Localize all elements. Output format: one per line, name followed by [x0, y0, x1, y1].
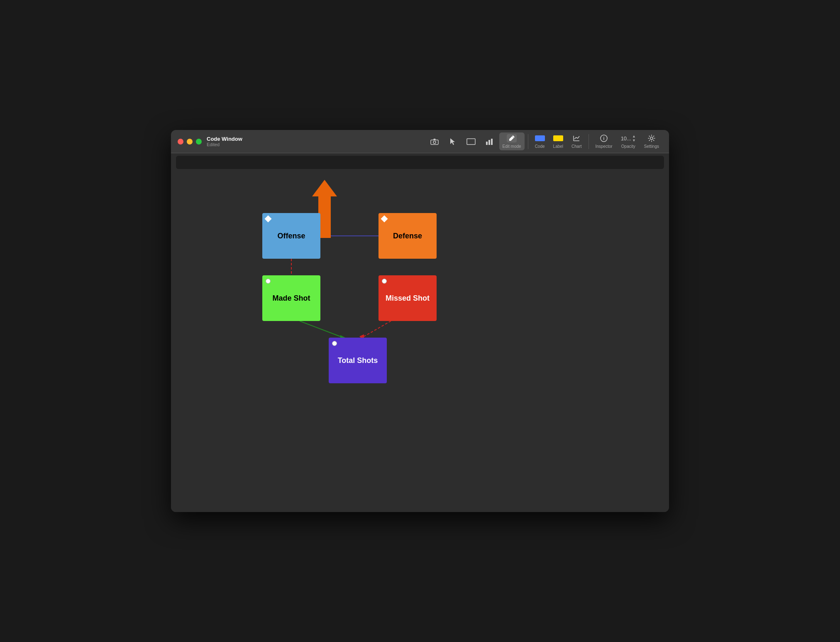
svg-line-15 — [300, 321, 343, 338]
settings-label: Settings — [644, 144, 659, 149]
inspector-icon: i — [599, 134, 609, 142]
total-shots-handle — [332, 341, 337, 346]
search-bar — [176, 156, 664, 169]
camera-icon — [430, 137, 440, 146]
toolbar-camera[interactable] — [426, 136, 443, 147]
toolbar-opacity[interactable]: 10... ▲ ▼ Opacity — [618, 132, 639, 150]
toolbar-label[interactable]: Label — [550, 132, 567, 150]
chart-bars-icon — [484, 137, 494, 146]
node-missed-shot[interactable]: Missed Shot — [378, 275, 437, 321]
missed-shot-handle — [382, 279, 387, 284]
svg-rect-4 — [488, 140, 490, 145]
window-subtitle: Edited — [207, 142, 242, 147]
edit-mode-label: Edit mode — [503, 144, 521, 149]
opacity-value-text: 10... — [621, 135, 631, 142]
maximize-button[interactable] — [196, 139, 202, 145]
settings-icon — [647, 134, 657, 142]
minimize-button[interactable] — [187, 139, 193, 145]
node-total-shots[interactable]: Total Shots — [329, 338, 387, 383]
defense-label: Defense — [391, 230, 424, 242]
code-label: Code — [535, 144, 545, 149]
opacity-label: Opacity — [621, 144, 635, 149]
select-icon — [448, 137, 458, 146]
toolbar-code[interactable]: Code — [532, 132, 548, 150]
code-color-icon — [535, 134, 545, 142]
node-offense[interactable]: Offense — [262, 213, 320, 259]
svg-line-13 — [362, 321, 391, 338]
svg-point-1 — [433, 141, 436, 143]
toolbar-settings[interactable]: Settings — [641, 132, 662, 150]
toolbar: Edit mode Code Label — [426, 132, 662, 150]
node-defense[interactable]: Defense — [378, 213, 437, 259]
separator-2 — [588, 134, 589, 149]
svg-rect-3 — [486, 142, 488, 145]
node-made-shot[interactable]: Made Shot — [262, 275, 320, 321]
total-shots-label: Total Shots — [336, 355, 380, 367]
opacity-value-group: 10... ▲ ▼ — [621, 134, 636, 142]
toolbar-frame[interactable] — [463, 136, 479, 147]
window-title-group: Code Window Edited — [207, 136, 242, 147]
titlebar: Code Window Edited — [171, 130, 669, 153]
missed-shot-label: Missed Shot — [384, 292, 431, 304]
main-window: Code Window Edited — [171, 130, 669, 512]
made-shot-handle — [266, 279, 271, 284]
window-title: Code Window — [207, 136, 242, 142]
defense-handle — [381, 216, 388, 223]
svg-text:i: i — [603, 136, 605, 141]
close-button[interactable] — [178, 139, 183, 145]
svg-rect-2 — [467, 139, 475, 145]
toolbar-edit-mode[interactable]: Edit mode — [499, 132, 525, 150]
made-shot-label: Made Shot — [271, 292, 312, 304]
opacity-stepper[interactable]: ▲ ▼ — [632, 134, 636, 142]
label-label: Label — [553, 144, 563, 149]
offense-label: Offense — [276, 230, 307, 242]
toolbar-select[interactable] — [444, 136, 461, 147]
label-color-icon — [553, 134, 563, 142]
svg-point-10 — [650, 137, 653, 140]
frame-icon — [466, 137, 476, 146]
toolbar-inspector[interactable]: i Inspector — [592, 132, 616, 150]
offense-handle — [265, 216, 272, 223]
chart-label: Chart — [571, 144, 581, 149]
inspector-label: Inspector — [596, 144, 613, 149]
toolbar-chart[interactable]: Chart — [568, 132, 585, 150]
chart-icon — [571, 134, 581, 142]
pencil-icon — [507, 134, 517, 142]
svg-rect-0 — [431, 140, 438, 145]
svg-rect-5 — [491, 139, 493, 145]
traffic-lights — [178, 139, 202, 145]
canvas-area[interactable]: Offense Defense Made Shot Missed Shot To… — [171, 172, 669, 512]
separator-1 — [528, 134, 528, 149]
toolbar-chart-bars[interactable] — [481, 136, 498, 147]
